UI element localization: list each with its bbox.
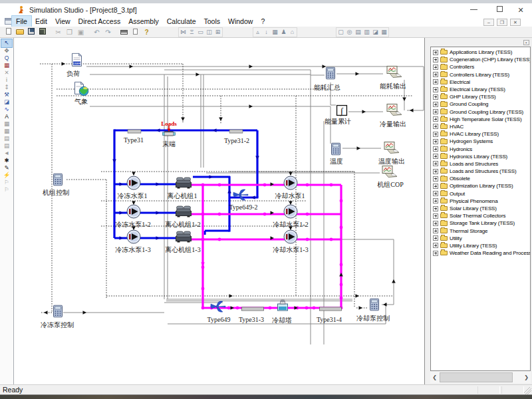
tool-delete[interactable]: ✕: [1, 69, 12, 76]
tree-item[interactable]: Physical Phenomena: [431, 198, 530, 205]
menu-calculate[interactable]: Calculate: [163, 16, 200, 27]
expand-icon[interactable]: [433, 169, 438, 174]
tree-item[interactable]: Ground Coupling: [431, 100, 530, 108]
tool-zoom[interactable]: Q: [1, 55, 12, 62]
open-icon[interactable]: [14, 27, 25, 37]
document-icon[interactable]: [5, 18, 12, 25]
menu-edit[interactable]: Edit: [31, 16, 51, 27]
expand-icon[interactable]: [433, 176, 438, 182]
child-minimize-button[interactable]: –: [483, 19, 494, 26]
tool-layer-b[interactable]: ▤: [1, 142, 12, 150]
tool-types[interactable]: ▦: [1, 62, 12, 69]
expand-icon[interactable]: [433, 235, 438, 241]
expand-icon[interactable]: [433, 72, 438, 77]
tool-select[interactable]: ↖: [1, 39, 12, 47]
tree-item[interactable]: Controllers Library (TESS): [431, 71, 530, 78]
maximize-button[interactable]: [489, 3, 509, 15]
tree-item[interactable]: Electrical: [431, 78, 530, 86]
tool-layer-a[interactable]: ▤: [1, 135, 12, 142]
tree-item[interactable]: HVAC: [431, 123, 530, 130]
component-lxjz3[interactable]: [175, 231, 193, 246]
tree-item[interactable]: Solar Library (TESS): [431, 205, 530, 212]
component-wendu[interactable]: [331, 143, 341, 158]
expand-icon[interactable]: [433, 161, 438, 166]
menu-window[interactable]: Window: [224, 16, 257, 27]
tree-item[interactable]: Utility: [431, 235, 530, 242]
component-lqb2[interactable]: [283, 204, 299, 222]
save-project-icon[interactable]: [37, 27, 48, 37]
copy-icon[interactable]: ❐: [64, 27, 75, 37]
tool-pen[interactable]: ✎: [1, 164, 12, 172]
tree-item[interactable]: Output: [431, 190, 530, 198]
tool-text[interactable]: A: [1, 113, 12, 120]
tool-info[interactable]: i: [1, 76, 12, 84]
component-nenghao[interactable]: [326, 67, 336, 82]
tool-back[interactable]: ◄: [1, 150, 12, 157]
menu-view[interactable]: View: [51, 16, 74, 27]
expand-icon[interactable]: [433, 184, 438, 189]
project-canvas[interactable]: USER 负荷 气象 Type31 末端 Type31-2: [14, 38, 424, 384]
tool-grid-b[interactable]: ▦: [1, 128, 12, 135]
component-type31[interactable]: [128, 124, 142, 136]
tool-run[interactable]: ⚡: [1, 172, 12, 179]
report-icon[interactable]: ▥: [362, 27, 371, 37]
tree-item[interactable]: Hydrogen Systems: [431, 138, 530, 145]
component-ldb1[interactable]: [126, 176, 142, 194]
expand-icon[interactable]: [433, 191, 438, 196]
component-type31-4[interactable]: [319, 302, 342, 314]
menu-file[interactable]: File: [12, 16, 31, 27]
expand-icon[interactable]: [433, 251, 438, 256]
tree-item[interactable]: Loads and Structures (TESS): [431, 168, 530, 175]
kernel-icon[interactable]: ◪: [371, 27, 380, 37]
expand-icon[interactable]: [433, 154, 438, 159]
expand-icon[interactable]: [433, 221, 438, 226]
tool-grid-a[interactable]: ▦: [1, 120, 12, 128]
minimize-button[interactable]: [464, 3, 483, 15]
component-type31-3[interactable]: [241, 302, 264, 314]
tool-flag-b[interactable]: ⚐: [1, 186, 12, 194]
expand-icon[interactable]: [433, 213, 438, 219]
tree-item[interactable]: Cogeneration (CHP) Library (TESS): [431, 56, 530, 63]
expand-icon[interactable]: [433, 102, 438, 107]
tree-item[interactable]: Ground Coupling Library (TESS): [431, 108, 530, 116]
menu-assembly[interactable]: Assembly: [124, 16, 163, 27]
tree-item[interactable]: High Temperature Solar (TESS): [431, 116, 530, 123]
tree-item[interactable]: Optimization Library (TESS): [431, 182, 530, 190]
component-lqb3[interactable]: [283, 229, 299, 247]
tree-item[interactable]: Applications Library (TESS): [431, 49, 530, 56]
component-ldb3[interactable]: [126, 229, 142, 247]
expand-icon[interactable]: [433, 50, 438, 55]
table-icon[interactable]: ▦: [271, 27, 279, 37]
component-nenghao-out[interactable]: [385, 66, 402, 82]
save-icon[interactable]: [25, 27, 37, 37]
tree-item[interactable]: Controllers: [431, 63, 530, 70]
fit-horizontal-icon[interactable]: ⋈: [179, 27, 188, 37]
component-jizu-cop[interactable]: [380, 166, 398, 182]
component-moduan[interactable]: [162, 128, 176, 140]
output-window-icon[interactable]: ▢: [336, 27, 345, 37]
tree-item[interactable]: Hydronics Library (TESS): [431, 153, 530, 160]
drop-down-icon[interactable]: ↓: [262, 27, 271, 37]
align-center-icon[interactable]: ◫: [205, 27, 213, 37]
tree-item[interactable]: Loads and Structures: [431, 160, 530, 168]
menu-direct-access[interactable]: Direct Access: [74, 16, 125, 27]
new-icon[interactable]: [3, 27, 14, 37]
scroll-right-icon[interactable]: ❯: [522, 372, 531, 382]
component-fuhe[interactable]: USER: [70, 53, 84, 70]
component-lxjz2[interactable]: [175, 205, 193, 221]
component-ldb2[interactable]: [126, 204, 142, 222]
panel-horizontal-scrollbar[interactable]: ❮ ❯: [430, 372, 531, 383]
trace-icon[interactable]: ◎: [345, 27, 354, 37]
scrollbar-thumb[interactable]: [440, 372, 513, 382]
grid2-icon[interactable]: ▦: [380, 27, 388, 37]
expand-icon[interactable]: [433, 206, 438, 211]
expand-icon[interactable]: [433, 124, 438, 129]
resize-grip[interactable]: [524, 387, 531, 394]
component-lengliang-out[interactable]: [385, 104, 402, 120]
scroll-left-icon[interactable]: ❮: [430, 372, 439, 382]
tool-wrench[interactable]: ⚒: [1, 91, 12, 98]
expand-icon[interactable]: [433, 65, 438, 70]
expand-icon[interactable]: [433, 116, 438, 122]
tool-gear[interactable]: ✱: [1, 157, 12, 164]
expand-icon[interactable]: [433, 139, 438, 144]
